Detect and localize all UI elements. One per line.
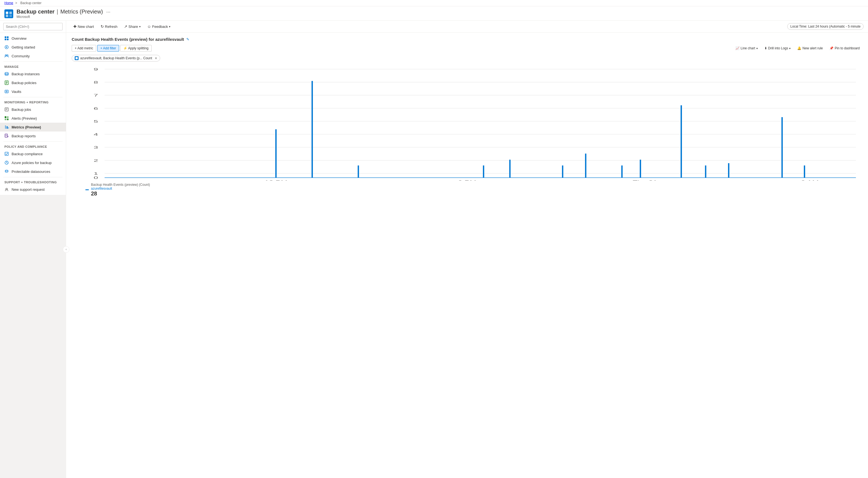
page-header-more-button[interactable]: ··· [106,9,111,15]
drill-icon: ⬇ [764,46,767,50]
filter-tag-text: azurefilesvault, Backup Health Events (p… [80,56,152,60]
sidebar-item-backup-policies[interactable]: Backup policies [0,78,66,87]
sidebar-item-getting-started[interactable]: Getting started [0,43,66,52]
azure-policies-label: Azure policies for backup [11,161,52,165]
svg-rect-28 [7,126,8,129]
chart-title: Count Backup Health Events (preview) for… [72,37,184,41]
backup-reports-label: Backup reports [11,134,36,138]
svg-text:1: 1 [94,172,98,176]
svg-rect-0 [4,9,13,18]
backup-instances-icon [4,72,9,76]
overview-icon [4,36,9,40]
backup-instances-label: Backup instances [11,72,40,76]
sidebar-item-support-request[interactable]: New support request [0,185,66,194]
chart-area: Count Backup Health Events (preview) for… [66,32,868,478]
svg-rect-20 [5,108,8,111]
page-header-text: Backup center | Metrics (Preview) ··· Mi… [17,8,111,19]
svg-rect-3 [6,14,8,17]
svg-rect-7 [5,38,6,40]
sidebar-item-community[interactable]: Community [0,52,66,60]
legend-metric-label: Backup Health Events (preview) (Count) [91,183,150,187]
alert-icon: 🔔 [797,46,801,50]
sidebar-item-vaults[interactable]: Vaults [0,87,66,96]
sidebar-collapse-button[interactable]: ‹ [63,246,69,253]
line-chart-chevron: ▾ [756,47,758,50]
svg-point-11 [5,55,7,56]
svg-rect-4 [9,14,12,17]
svg-point-13 [5,72,8,74]
sidebar-item-alerts[interactable]: Alerts (Preview) [0,114,66,123]
svg-text:2: 2 [94,158,98,162]
svg-rect-23 [5,116,6,118]
feedback-button[interactable]: ☺ Feedback ▾ [145,23,173,30]
sidebar-item-backup-compliance[interactable]: Backup compliance [0,149,66,158]
sidebar-item-backup-jobs[interactable]: Backup jobs [0,105,66,114]
sidebar: Overview Getting started Community Manag… [0,21,66,195]
getting-started-label: Getting started [11,45,35,49]
vaults-icon [4,89,9,94]
apply-splitting-button[interactable]: ⚡ Apply splitting [120,45,152,52]
new-alert-rule-button[interactable]: 🔔 New alert rule [795,45,826,51]
time-range-selector[interactable]: Local Time: Last 24 hours (Automatic - 5… [787,23,864,30]
svg-rect-5 [5,36,6,38]
chart-edit-icon[interactable]: ✎ [186,37,189,41]
metrics-icon [4,125,9,129]
chart-controls: + Add metric + Add filter ⚡ Apply splitt… [72,45,863,52]
sidebar-item-azure-policies[interactable]: Azure policies for backup [0,158,66,167]
svg-text:5: 5 [94,120,98,123]
support-section-label: Support + troubleshooting [0,178,66,185]
page-company: Microsoft [17,15,111,19]
community-label: Community [11,54,30,58]
alerts-icon [4,116,9,120]
share-button[interactable]: ↗ Share ▾ [121,23,143,30]
azure-policies-icon [4,160,9,165]
backup-jobs-label: Backup jobs [11,108,31,112]
search-input[interactable] [3,23,63,30]
feedback-icon: ☺ [147,24,151,29]
backup-policies-label: Backup policies [11,81,36,85]
add-filter-button[interactable]: + Add filter [97,45,119,52]
vault-filter-icon [75,56,79,60]
line-chart-button[interactable]: 📈 Line chart ▾ [733,45,761,51]
filter-tag: azurefilesvault, Backup Health Events (p… [72,55,160,61]
svg-rect-34 [5,152,8,155]
drill-logs-button[interactable]: ⬇ Drill into Logs ▾ [762,45,794,51]
svg-text:7: 7 [94,93,98,97]
metrics-chart: 9 8 7 6 5 4 3 2 1 [72,65,863,181]
refresh-button[interactable]: ↻ Refresh [98,23,120,30]
page-title-main: Backup center [17,8,55,15]
svg-rect-24 [7,116,8,118]
support-icon [4,187,9,191]
policy-section-label: Policy and compliance [0,143,66,149]
sidebar-item-metrics[interactable]: Metrics (Preview) [0,123,66,131]
svg-point-12 [7,55,8,56]
support-request-label: New support request [11,187,45,191]
sidebar-item-backup-instances[interactable]: Backup instances [0,69,66,78]
svg-text:3: 3 [94,146,98,149]
svg-text:12 PM: 12 PM [265,180,287,181]
sidebar-item-overview[interactable]: Overview [0,34,66,43]
monitoring-section-label: Monitoring + reporting [0,98,66,105]
drill-chevron: ▾ [789,47,790,50]
filter-tag-close-button[interactable]: × [155,56,157,60]
pin-to-dashboard-button[interactable]: 📌 Pin to dashboard [827,45,863,51]
svg-rect-8 [7,38,8,40]
add-metric-button[interactable]: + Add metric [72,45,96,52]
manage-divider [3,61,63,62]
monitoring-divider [3,97,63,97]
pin-icon: 📌 [829,46,834,50]
svg-rect-18 [5,90,8,93]
new-chart-button[interactable]: ✚ New chart [70,23,97,30]
main-content: ✚ New chart ↻ Refresh ↗ Share ▾ ☺ Feedba… [66,21,868,478]
svg-text:6 AM: 6 AM [801,180,819,181]
share-icon: ↗ [124,24,127,29]
svg-text:6 PM: 6 PM [458,180,476,181]
svg-point-36 [5,170,8,171]
sidebar-item-backup-reports[interactable]: Backup reports [0,131,66,140]
svg-rect-1 [6,11,8,14]
svg-marker-10 [6,46,7,48]
breadcrumb-home[interactable]: Home [4,1,13,5]
svg-text:Thu 21: Thu 21 [632,180,657,181]
svg-rect-2 [9,11,12,14]
sidebar-item-protectable[interactable]: Protectable datasources [0,167,66,176]
